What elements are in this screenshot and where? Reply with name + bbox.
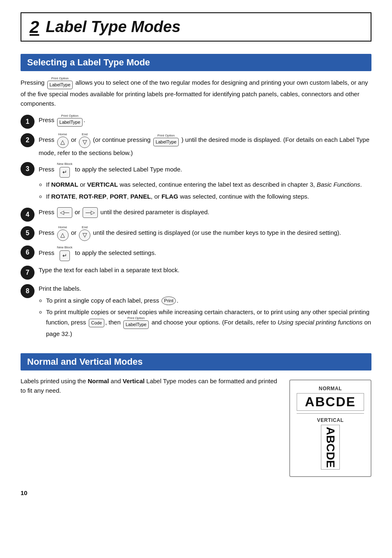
step5-down-arrow-key: End ▽ <box>79 226 90 241</box>
step2-label-type-body: LabelType <box>153 138 179 146</box>
step-3: 3 Press New Block ↵ to apply the selecte… <box>21 162 371 203</box>
step4-or: or <box>75 208 82 215</box>
step-5-content: Press Home △ or End ▽ until the desired … <box>39 226 371 241</box>
step5-home-label: Home <box>58 226 67 229</box>
step2-home-label: Home <box>58 133 67 136</box>
step-3-bullets: If NORMAL or VERTICAL was selected, cont… <box>46 180 371 201</box>
illus-normal-text: ABCDE <box>297 393 364 411</box>
illus-normal-label: NORMAL <box>319 386 342 391</box>
page-number: 10 <box>21 489 371 496</box>
step8-label-type-key: Print Option LabelType <box>123 317 149 329</box>
step-3-number: 3 <box>21 162 35 176</box>
illustration-box: NORMAL ABCDE VERTICAL ABCDE <box>289 380 371 477</box>
step8-code-key: Code <box>89 319 104 327</box>
step3-new-block-label: New Block <box>57 162 73 167</box>
chapter-title: Label Type Modes <box>46 18 180 36</box>
step-1: 1 Press Print Option LabelType . <box>21 114 371 129</box>
step-7: 7 Type the text for each label in a sepa… <box>21 265 371 280</box>
step4-right-key: —▷ <box>83 207 98 218</box>
step-8-bullet-1: To print a single copy of each label, pr… <box>46 296 371 306</box>
step8-label-type-top: Print Option <box>127 317 145 320</box>
step2-down-arrow-key: End ▽ <box>79 133 90 148</box>
step-8-bullet-2: To print multiple copies or several copi… <box>46 307 371 339</box>
step6-enter-key: New Block ↵ <box>57 245 73 262</box>
section1-header: Selecting a Label Type Mode <box>21 54 371 71</box>
step-3-content: Press New Block ↵ to apply the selected … <box>39 162 371 203</box>
chapter-number: 2 <box>30 19 39 36</box>
step-3-bullet-1: If NORMAL or VERTICAL was selected, cont… <box>46 180 371 189</box>
section2-header: Normal and Vertical Modes <box>21 353 371 370</box>
step2-or-1: or <box>71 136 78 143</box>
illus-divider <box>297 413 364 414</box>
step2-up-arrow-key: Home △ <box>57 133 69 148</box>
step-8-bullets: To print a single copy of each label, pr… <box>46 296 371 339</box>
illus-vertical-text: ABCDE <box>321 425 340 470</box>
label-type-key-top: Print Option <box>51 77 69 80</box>
step8-label-type-body: LabelType <box>123 320 149 329</box>
step2-down-arrow-body: ▽ <box>79 137 90 148</box>
step-2-content: Press Home △ or End ▽ (or continue press… <box>39 133 371 157</box>
step2-label-type-top: Print Option <box>157 134 175 137</box>
step8-print-body: Print <box>161 296 176 305</box>
step-3-bullet-2: If ROTATE, ROT-REP, PORT, PANEL, or FLAG… <box>46 192 371 201</box>
step-6: 6 Press New Block ↵ to apply the selecte… <box>21 245 371 262</box>
step4-left-key: ◁— <box>57 207 72 218</box>
step-6-content: Press New Block ↵ to apply the selected … <box>39 245 371 262</box>
intro-paragraph: Pressing Print Option LabelType allows y… <box>21 77 371 109</box>
step-4-number: 4 <box>21 208 35 222</box>
step-8: 8 Print the labels. To print a single co… <box>21 284 371 340</box>
step1-label-type-top: Print Option <box>61 114 78 118</box>
step-4-content: Press ◁— or —▷ until the desired paramet… <box>39 207 371 218</box>
step1-label-type-body: LabelType <box>57 118 83 127</box>
step-8-number: 8 <box>21 284 35 298</box>
section-normal-vertical: Normal and Vertical Modes NORMAL ABCDE V… <box>21 353 371 477</box>
step-2: 2 Press Home △ or End ▽ (or continue pre… <box>21 133 371 157</box>
step2-end-label: End <box>82 133 88 136</box>
step5-or: or <box>71 229 78 236</box>
illus-vertical-label: VERTICAL <box>317 417 344 423</box>
illus-normal-row: NORMAL ABCDE <box>297 384 364 411</box>
step-2-number: 2 <box>21 133 35 147</box>
steps-list: 1 Press Print Option LabelType . 2 Press… <box>21 114 371 341</box>
step5-end-label: End <box>82 226 88 229</box>
step4-left-body: ◁— <box>57 207 72 218</box>
step8-print-key: Print <box>161 296 176 305</box>
step3-enter-key: New Block ↵ <box>57 162 73 178</box>
step-6-number: 6 <box>21 245 35 259</box>
step-4: 4 Press ◁— or —▷ until the desired param… <box>21 207 371 222</box>
step-1-number: 1 <box>21 115 35 129</box>
step-7-number: 7 <box>21 266 35 280</box>
step2-up-arrow-body: △ <box>57 137 69 148</box>
step-5: 5 Press Home △ or End ▽ until the desire… <box>21 226 371 241</box>
step5-up-arrow-key: Home △ <box>57 226 69 241</box>
section-selecting-label-type: Selecting a Label Type Mode Pressing Pri… <box>21 54 371 341</box>
label-type-key-inline: Print Option LabelType <box>47 77 73 89</box>
chapter-header: 2 Label Type Modes <box>21 12 371 42</box>
step6-new-block-label: New Block <box>57 245 73 250</box>
label-type-key-body: LabelType <box>47 81 73 89</box>
illus-vertical-row: VERTICAL ABCDE <box>297 416 364 470</box>
step5-down-arrow-body: ▽ <box>79 229 90 241</box>
step-8-content: Print the labels. To print a single copy… <box>39 284 371 340</box>
step3-enter-body: ↵ <box>60 167 70 178</box>
step4-right-body: —▷ <box>83 207 98 218</box>
step8-code-body: Code <box>89 319 104 327</box>
step1-label-type-key: Print Option LabelType <box>57 114 83 127</box>
step-1-content: Press Print Option LabelType . <box>39 114 371 127</box>
step-5-number: 5 <box>21 226 35 240</box>
step6-enter-body: ↵ <box>60 250 70 261</box>
step-7-content: Type the text for each label in a separa… <box>39 265 371 275</box>
step2-label-type-key: Print Option LabelType <box>153 134 179 146</box>
step5-up-arrow-body: △ <box>57 229 69 241</box>
